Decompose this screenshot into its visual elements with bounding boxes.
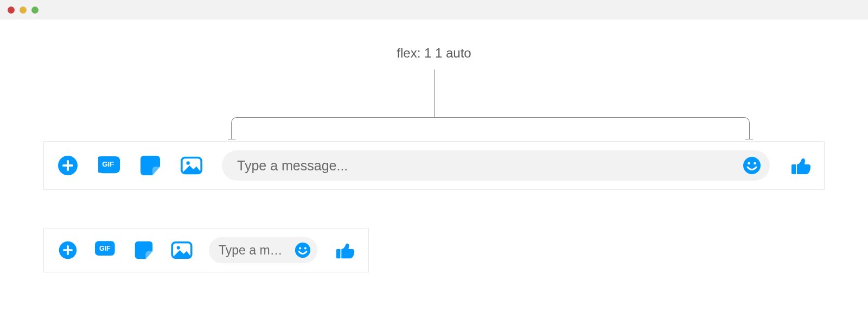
svg-point-20 xyxy=(177,246,180,249)
svg-point-10 xyxy=(748,162,750,165)
composer-wide: GIF Type a message... xyxy=(43,141,825,190)
photo-icon[interactable] xyxy=(181,155,202,176)
gif-icon[interactable]: GIF xyxy=(95,239,117,261)
traffic-light-close[interactable] xyxy=(8,7,15,14)
plus-circle-icon[interactable] xyxy=(57,239,79,261)
sticker-icon[interactable] xyxy=(133,239,155,261)
photo-icon[interactable] xyxy=(171,239,193,261)
composer-narrow: GIF Type a m… xyxy=(43,228,369,272)
svg-rect-14 xyxy=(63,249,73,251)
svg-text:GIF: GIF xyxy=(99,245,111,252)
svg-point-22 xyxy=(299,247,301,249)
svg-point-21 xyxy=(295,243,310,258)
svg-text:GIF: GIF xyxy=(102,160,114,168)
gif-icon[interactable]: GIF xyxy=(98,155,120,176)
svg-point-11 xyxy=(754,162,756,165)
bracket-foot-left xyxy=(228,139,235,139)
window-titlebar xyxy=(0,0,868,20)
sticker-icon[interactable] xyxy=(139,155,161,176)
message-input-pill[interactable]: Type a message... xyxy=(222,150,770,181)
svg-point-8 xyxy=(186,161,189,164)
plus-circle-icon[interactable] xyxy=(57,155,79,176)
traffic-light-minimize[interactable] xyxy=(20,7,27,14)
annotation-bracket xyxy=(231,117,750,139)
svg-point-23 xyxy=(304,247,307,249)
svg-rect-2 xyxy=(62,164,73,167)
annotation-stem xyxy=(434,69,435,117)
bracket-foot-right xyxy=(745,139,753,139)
message-input-pill[interactable]: Type a m… xyxy=(209,237,317,263)
thumbs-up-icon[interactable] xyxy=(789,155,811,176)
diagram-canvas: flex: 1 1 auto GIF Type a message... xyxy=(0,20,868,294)
message-input[interactable]: Type a m… xyxy=(219,243,287,258)
flex-annotation: flex: 1 1 auto xyxy=(43,30,825,139)
annotation-label: flex: 1 1 auto xyxy=(397,46,471,61)
smile-icon[interactable] xyxy=(743,156,761,175)
thumbs-up-icon[interactable] xyxy=(334,239,355,261)
smile-icon[interactable] xyxy=(293,241,312,259)
svg-point-9 xyxy=(743,157,761,174)
traffic-light-zoom[interactable] xyxy=(31,7,39,14)
message-input[interactable]: Type a message... xyxy=(237,158,736,174)
